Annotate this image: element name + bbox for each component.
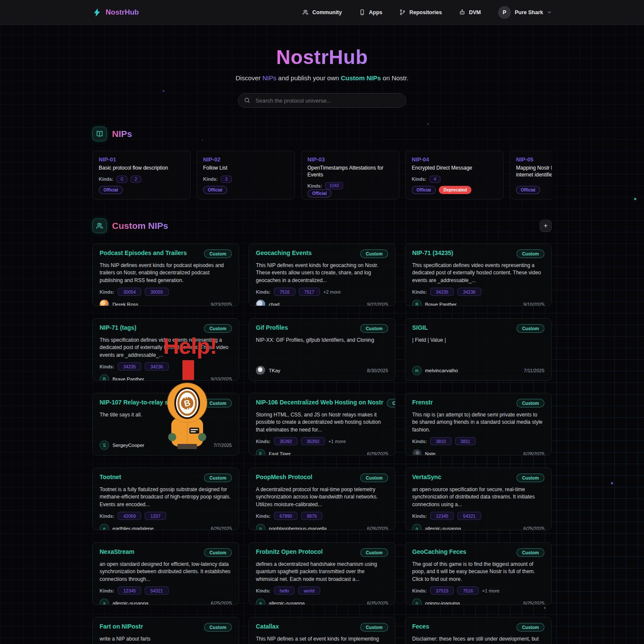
kinds-label: Kinds:	[256, 439, 270, 444]
kind-badge: 34236	[457, 288, 481, 296]
card-author[interactable]: TKay	[256, 366, 280, 375]
custom-nip-card[interactable]: VertaSyncCustoman open-source specificat…	[405, 468, 552, 530]
card-author[interactable]: Derek Ross	[100, 300, 138, 306]
nip-card[interactable]: NIP-05Mapping Nostr keys to DNS-based in…	[510, 151, 552, 200]
nav-item-label: Apps	[369, 9, 382, 15]
kind-badge: 12345	[430, 512, 454, 520]
subtitle-text: and publish your own	[276, 74, 341, 82]
card-author[interactable]: BBrave Panther	[412, 300, 457, 306]
custom-card-title: Geocaching Events	[256, 249, 312, 256]
card-date: 6/25/2025	[211, 601, 232, 605]
card-date: 9/10/2025	[523, 302, 544, 306]
custom-badge: Custom	[360, 548, 388, 557]
nip-card-title: NIP-01	[99, 156, 184, 163]
custom-card-description: defines a decentralized handshake mechan…	[256, 561, 388, 583]
custom-card-description: This specification defines video events …	[412, 262, 544, 284]
card-date: 9/10/2025	[211, 377, 232, 381]
people-icon	[92, 219, 107, 233]
custom-nip-card[interactable]: Gif ProfilesCustomNIP-XX: GIF Profiles, …	[249, 318, 395, 381]
custom-nip-card[interactable]: GeoCaching FecesCustomThe goal of this g…	[405, 542, 552, 605]
custom-nip-card[interactable]: NIP-71 (34235)CustomThis specification d…	[405, 243, 552, 306]
kinds-more-label: +1 more	[482, 588, 500, 593]
author-name: nonblasphemous-marvella	[269, 526, 327, 530]
custom-card-title: Fart on NIPostr	[100, 623, 143, 630]
brand-logo[interactable]: NostrHub	[92, 7, 139, 18]
nav-item-apps[interactable]: Apps	[359, 9, 382, 15]
search-input[interactable]	[238, 93, 406, 108]
custom-nip-card[interactable]: SIGILCustom| Field | Value |mmelvincarva…	[405, 318, 552, 381]
custom-nip-card[interactable]: NIP-107 Relay-to-relay syncCustomThe tit…	[92, 393, 239, 456]
card-author[interactable]: mmelvincarvalho	[412, 366, 458, 375]
nip-card[interactable]: NIP-02Follow ListKinds:3Official	[197, 151, 295, 200]
nip-card[interactable]: NIP-04Encrypted Direct MessageKinds:4Off…	[405, 151, 504, 200]
card-author[interactable]: eearthlier-madalene	[100, 524, 154, 530]
card-date: 7/11/2025	[524, 368, 544, 373]
card-author[interactable]: Nate	[412, 449, 435, 456]
custom-badge: Custom	[387, 399, 395, 407]
custom-card-title: VertaSync	[412, 474, 441, 480]
custom-card-description: This NIP defines event kinds for podcast…	[100, 262, 232, 284]
card-author[interactable]: chad	[256, 300, 279, 306]
custom-nip-card[interactable]: NexaStreamCustoman open standard designe…	[92, 542, 239, 605]
custom-nip-card[interactable]: Frobnitz Open ProtocolCustomdefines a de…	[249, 542, 395, 605]
custom-nip-card[interactable]: Geocaching EventsCustomThis NIP defines …	[249, 243, 395, 306]
custom-badge: Custom	[204, 249, 232, 258]
author-avatar: a	[412, 524, 422, 530]
custom-nip-card[interactable]: PoopMesh ProtocolCustomA decentralized p…	[249, 468, 395, 530]
card-author[interactable]: FFast Tiger	[256, 449, 291, 456]
author-avatar: S	[100, 440, 109, 450]
custom-badge: Custom	[360, 474, 388, 482]
card-date: 6/25/2025	[523, 526, 544, 530]
kind-badge: world	[298, 586, 320, 595]
hero-section: NostrHub Discover NIPs and publish your …	[0, 25, 644, 108]
add-custom-nip-button[interactable]: +	[540, 220, 552, 232]
custom-nip-card[interactable]: Podcast Episodes and TrailersCustomThis …	[92, 243, 239, 306]
custom-card-title: SIGIL	[412, 324, 428, 331]
custom-nip-card[interactable]: NIP-106 Decentralized Web Hosting on Nos…	[249, 393, 395, 456]
user-menu[interactable]: P Pure Shark	[498, 6, 552, 19]
nip-card-description: Follow List	[203, 165, 289, 172]
card-author[interactable]: SSergeyCooper	[100, 440, 144, 450]
kind-badge: 34235	[118, 362, 141, 371]
nav-item-community[interactable]: Community	[302, 9, 342, 15]
custom-nip-card[interactable]: FecesCustomDisclaimer: these feces are s…	[405, 617, 552, 644]
nip-card[interactable]: NIP-03OpenTimestamps Attestations for Ev…	[301, 151, 399, 200]
card-date: 8/30/2025	[367, 368, 388, 373]
custom-nip-card[interactable]: FrenstrCustomThis nip is (an attempt to)…	[405, 393, 552, 456]
kind-badge: 12345	[118, 586, 141, 595]
card-author[interactable]: aallergic-susanna	[256, 598, 305, 605]
author-avatar	[256, 300, 265, 306]
custom-nips-link[interactable]: Custom NIPs	[341, 74, 381, 82]
card-date: 6/25/2025	[523, 601, 544, 605]
custom-nip-card[interactable]: NIP-71 (tags)CustomThis specification de…	[92, 318, 239, 381]
card-author[interactable]: aallergic-susanna	[100, 598, 149, 605]
author-avatar: m	[412, 366, 422, 375]
kind-badge: 1040	[325, 182, 343, 189]
nav-item-repositories[interactable]: Repositories	[399, 9, 442, 15]
kind-badge: 30054	[118, 288, 141, 296]
card-author[interactable]: ooniony-joaquina	[412, 598, 460, 605]
custom-card-title: NexaStream	[100, 548, 134, 555]
nip-card-title: NIP-04	[412, 156, 497, 163]
kind-badge: hello	[274, 586, 295, 595]
kind-badge: 7516	[457, 586, 478, 595]
card-author[interactable]: aallergic-susanna	[412, 524, 461, 530]
custom-section-header: Custom NIPs	[92, 219, 168, 233]
author-avatar: o	[412, 598, 422, 605]
card-author[interactable]: BBrave Panther	[100, 374, 144, 381]
nip-card-description: Encrypted Direct Message	[412, 165, 497, 172]
nip-card[interactable]: NIP-01Basic protocol flow descriptionKin…	[92, 151, 191, 200]
nips-link[interactable]: NIPs	[262, 74, 276, 82]
nav-item-dvm[interactable]: DVM	[459, 9, 481, 15]
card-author[interactable]: nnonblasphemous-marvella	[256, 524, 327, 530]
custom-card-title: GeoCaching Feces	[412, 548, 466, 555]
custom-card-grid: Podcast Episodes and TrailersCustomThis …	[92, 243, 552, 644]
custom-nip-card[interactable]: TootnetCustomTootnet is a fully flatuliz…	[92, 468, 239, 530]
custom-nip-card[interactable]: CatallaxCustomThis NIP defines a set of …	[249, 617, 395, 644]
custom-card-title: Tootnet	[100, 474, 121, 480]
custom-nip-card[interactable]: Fart on NIPostrCustomwrite a NIP about f…	[92, 617, 239, 644]
custom-card-title: Frobnitz Open Protocol	[256, 548, 323, 555]
brand-name: NostrHub	[106, 8, 139, 17]
kind-badge: 3810	[430, 437, 451, 445]
kind-badge: 3811	[455, 437, 476, 445]
